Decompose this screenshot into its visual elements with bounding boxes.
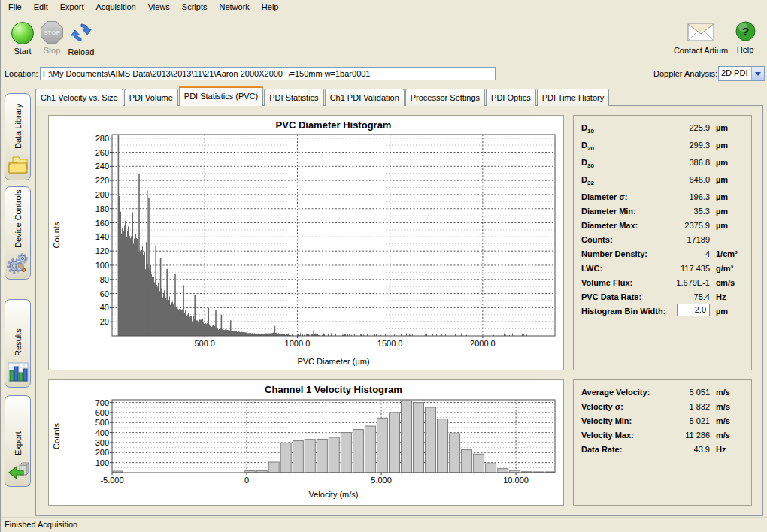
application-window: FileEditExportAcquisitionViewsScriptsNet… [0,0,767,532]
toolbar: Start STOP Stop Reload Contact Artium [1,15,767,65]
svg-text:80: 80 [100,275,109,284]
sidebar-item-device-controls[interactable]: Device Controls [5,186,31,280]
svg-text:240: 240 [95,162,109,171]
menu-scripts[interactable]: Scripts [176,1,214,14]
svg-text:140: 140 [95,232,109,241]
stat-row: Number Density:41/cm³ [574,248,751,262]
sidebar-item-results[interactable]: Results [5,299,31,388]
stat-value: 75.4 [694,292,710,301]
stat-value: 646.0 [689,175,710,184]
sidebar-item-export[interactable]: Export [5,395,31,487]
stat-value: 299.3 [689,141,710,150]
svg-text:120: 120 [95,246,109,255]
tab-pdi-time-history[interactable]: PDI Time History [537,89,610,106]
doppler-analysis-value: 2D PDI [721,68,747,77]
tab-pdi-statistics-pvc[interactable]: PDI Statistics (PVC) [179,86,263,106]
start-icon [11,22,34,44]
svg-text:5.000: 5.000 [371,476,392,485]
svg-text:200: 200 [95,448,109,457]
stat-row: Average Velocity:5 051m/s [574,386,751,401]
stat-row: Velocity σ:1 832m/s [574,401,751,415]
contact-artium-button[interactable]: Contact Artium [672,21,729,55]
stat-value: 386.8 [689,158,710,167]
doppler-analysis-combobox[interactable]: 2D PDI [718,66,765,81]
export-arrow-icon [7,460,29,482]
svg-text:500.0: 500.0 [194,339,215,348]
stat-row: PVC Data Rate:75.4Hz [574,291,751,305]
status-bar: Finished Acquisition [1,517,767,532]
velocity-stats-panel: Average Velocity:5 051m/sVelocity σ:1 83… [573,379,752,506]
svg-text:100: 100 [95,458,109,467]
svg-text:-5.000: -5.000 [100,476,123,485]
menu-help[interactable]: Help [256,1,285,14]
combo-dropdown-button[interactable] [751,67,764,80]
contact-artium-label: Contact Artium [672,46,729,55]
stop-icon: STOP [41,21,63,44]
location-label: Location: [5,69,38,78]
histogram-bin-width-input[interactable]: 2.0 [677,304,710,316]
stat-value: -5 021 [687,416,710,425]
tab-processor-settings[interactable]: Processor Settings [405,89,485,106]
start-button[interactable]: Start [7,21,38,56]
start-label: Start [7,47,38,56]
stat-value: 11 286 [685,431,710,440]
help-button[interactable]: ? Help [730,21,760,54]
tab-page: 2040608010012014016018020022024026028050… [35,105,763,516]
svg-text:400: 400 [95,428,109,437]
velocity-histogram-panel: 100200300400500600700-5.00005.00010.000C… [48,379,564,506]
stat-row: LWC:117.435g/m³ [574,262,751,277]
stat-row: D30386.8µm [574,156,751,174]
stop-button: STOP Stop [38,21,65,55]
svg-text:600: 600 [95,408,109,417]
menu-edit[interactable]: Edit [28,1,54,14]
tab-pdi-optics[interactable]: PDI Optics [486,89,536,106]
tab-pdi-volume[interactable]: PDI Volume [124,89,178,106]
pvc-diameter-histogram-panel: 2040608010012014016018020022024026028050… [48,115,564,370]
svg-text:1500.0: 1500.0 [377,339,403,348]
stat-row: Diameter σ:196.3µm [574,191,751,205]
stat-value: 4 [705,249,710,258]
svg-text:40: 40 [100,303,109,312]
stat-value: 17189 [687,235,710,244]
svg-text:1000.0: 1000.0 [285,339,311,348]
svg-text:160: 160 [95,219,109,228]
menu-export[interactable]: Export [54,1,90,14]
svg-text:100: 100 [95,261,109,270]
svg-text:700: 700 [95,398,109,407]
stat-value: 43.9 [694,445,710,454]
stat-row: Volume Flux:1.679E-1cm/s [574,277,751,291]
svg-text:200: 200 [95,190,109,199]
pvc-diameter-histogram-chart: 2040608010012014016018020022024026028050… [49,116,563,370]
doppler-analysis-label: Doppler Analysis: [653,69,717,78]
sidebar-item-data-library[interactable]: Data Library [5,93,31,180]
menu-views[interactable]: Views [142,1,176,14]
svg-text:220: 220 [95,176,109,185]
ch1-velocity-histogram-chart: 100200300400500600700-5.00005.00010.000C… [49,380,563,505]
stat-value: 2375.9 [684,221,710,230]
svg-text:300: 300 [95,438,109,447]
gears-icon [7,252,29,275]
reload-icon [70,21,92,44]
menu-acquisition[interactable]: Acquisition [90,1,142,14]
menu-network[interactable]: Network [213,1,255,14]
svg-text:Velocity (m/s): Velocity (m/s) [308,490,358,499]
menu-file[interactable]: File [2,1,28,14]
reload-button[interactable]: Reload [65,21,97,56]
stop-label: Stop [38,46,65,55]
stat-row: Diameter Max:2375.9µm [574,219,751,234]
svg-text:Counts: Counts [52,222,61,248]
stat-row: Velocity Max:11 286m/s [574,429,751,443]
svg-text:PVC Diameter Histogram: PVC Diameter Histogram [276,119,392,131]
stat-value: 1 832 [689,402,710,411]
svg-text:60: 60 [100,289,109,298]
stat-row: Diameter Min:35.3µm [574,205,751,219]
tab-pdi-statistics[interactable]: PDI Statistics [264,89,323,106]
envelope-icon [687,21,715,42]
svg-text:280: 280 [95,134,109,143]
svg-text:?: ? [741,25,748,38]
tab-ch1-pdi-validation[interactable]: Ch1 PDI Validation [325,89,405,106]
location-input[interactable]: F:\My Documents\AIMS Data\2013\2013\11\2… [40,67,496,80]
chevron-down-icon [755,72,761,76]
stat-value: 117.435 [681,264,710,273]
tab-ch1-velocity-vs-size[interactable]: Ch1 Velocity vs. Size [35,89,123,106]
